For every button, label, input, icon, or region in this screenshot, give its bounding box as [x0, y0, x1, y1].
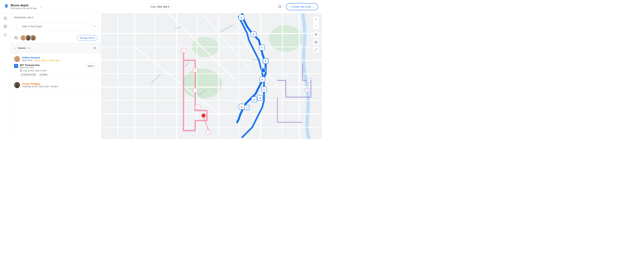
started-bullet: • [27, 47, 28, 49]
svg-text:6: 6 [265, 60, 266, 62]
stop-details: 6 387 Tremont Ave New York, USA Gate acc… [14, 64, 85, 77]
svg-text:4↑: 4↑ [197, 106, 199, 108]
esther-stop-row: 6 387 Tremont Ave New York, USA Gate acc… [14, 64, 98, 77]
started-chevron-icon [14, 47, 16, 49]
esther-name[interactable]: Esther Howard [22, 56, 60, 59]
filter-dropdown-button[interactable] [91, 23, 98, 30]
esther-info: Esther Howard Done 5/64 • Next due 2 min… [22, 56, 60, 62]
svg-point-72 [202, 114, 206, 118]
svg-text:5: 5 [306, 89, 308, 91]
search-icon [18, 24, 21, 28]
svg-point-13 [27, 36, 29, 38]
started-section-header: Started • 2 [11, 43, 101, 53]
map-svg: Grand Concourse Park Ave Tremont Ave Tri… [101, 13, 322, 139]
trevor-status: Finishing 16:38 • Done 3/82 • 98.9km [22, 85, 58, 88]
time-window-tag: 09:00–10:00 [20, 73, 37, 77]
create-route-button[interactable]: + Create new route ⌄ [286, 3, 318, 10]
map-fullscreen-button[interactable] [312, 47, 319, 53]
depot-chevron-icon[interactable]: ⌄ [40, 5, 42, 8]
stop-address: 387 Tremont Ave [20, 64, 85, 66]
main-layout: Wednesday, Mar 6 [0, 13, 322, 139]
svg-text:3: 3 [259, 97, 260, 99]
search-bar[interactable] [16, 23, 86, 30]
arrival-time-chip[interactable]: 10:02 [85, 64, 98, 68]
layers-icon [314, 33, 318, 36]
date-picker[interactable]: Today Wed, Mar 6 ⌄ [146, 4, 176, 9]
svg-point-20 [16, 57, 18, 59]
svg-point-10 [22, 36, 24, 38]
svg-text:8: 8 [253, 33, 254, 36]
trevor-name[interactable]: Trevor Philipps [22, 82, 58, 85]
esther-next-due: Next due 2 mins ago [35, 59, 60, 62]
expand-icon [314, 48, 318, 51]
drivers-avatars-group [14, 35, 35, 41]
svg-point-33 [182, 69, 222, 99]
chevron-down-icon [94, 25, 96, 28]
driver-header-trevor: Trevor Philipps Finishing 16:38 • Done 3… [14, 82, 98, 88]
time-window-text: 09:00–10:00 [24, 74, 36, 76]
started-count: 2 [29, 47, 30, 49]
svg-text:2: 2 [254, 98, 255, 101]
sidebar-icons [0, 13, 11, 139]
svg-point-88 [261, 68, 266, 73]
svg-line-105 [315, 50, 316, 51]
svg-point-16 [32, 36, 34, 38]
esther-avatar [14, 56, 20, 62]
esther-status-row: Done 5/64 • Next due 2 mins ago [22, 59, 60, 62]
drivers-row: Manage drivers [11, 33, 101, 43]
stop-city: New York, USA [20, 66, 85, 69]
visibility-toggle-button[interactable] [92, 45, 98, 51]
svg-point-8 [15, 36, 16, 38]
header-right: + Create new route ⌄ [213, 3, 318, 10]
note-icon [20, 69, 22, 72]
bookmark-button[interactable] [276, 3, 283, 10]
timer-icon [40, 74, 42, 76]
svg-text:5: 5 [262, 78, 263, 81]
svg-text:7: 7 [308, 79, 309, 81]
zoom-controls: + − [312, 16, 319, 29]
chip-chevron-icon [94, 65, 96, 67]
svg-rect-1 [6, 25, 6, 26]
map-area[interactable]: Grand Concourse Park Ave Tremont Ave Tri… [101, 13, 322, 139]
depot-info: Bronx depot 248 routes in the last 30 da… [11, 4, 37, 9]
map-controls: + − [312, 16, 319, 53]
svg-text:7: 7 [261, 46, 263, 49]
svg-rect-2 [4, 27, 5, 28]
zoom-in-button[interactable]: + [312, 16, 319, 23]
eye-icon [93, 47, 96, 50]
svg-rect-22 [20, 70, 22, 72]
drivers-icon [14, 36, 18, 40]
svg-text:1: 1 [208, 131, 209, 134]
sidebar-dashboard-icon[interactable] [4, 25, 7, 29]
svg-point-18 [94, 48, 95, 49]
trevor-info: Trevor Philipps Finishing 16:38 • Done 3… [22, 82, 58, 88]
svg-line-5 [6, 36, 7, 36]
manage-drivers-button[interactable]: Manage drivers [77, 35, 98, 41]
svg-point-4 [4, 34, 6, 36]
duration-text: 5min [43, 74, 47, 76]
svg-point-14 [27, 38, 30, 40]
avatars-list [20, 35, 35, 41]
svg-point-35 [269, 25, 302, 52]
svg-text:4: 4 [263, 88, 265, 91]
svg-point-6 [20, 27, 21, 28]
svg-point-11 [22, 38, 24, 40]
depot-subtitle: 248 routes in the last 30 days [11, 7, 37, 9]
sidebar-home-icon[interactable] [4, 16, 7, 21]
date-chevron-icon: ⌄ [170, 5, 172, 8]
svg-point-21 [16, 59, 19, 62]
esther-done-status: Done 5/64 [22, 59, 32, 62]
stop-number-6: 6 [14, 64, 18, 68]
svg-point-29 [16, 83, 18, 85]
started-left: Started • 2 [14, 47, 30, 49]
search-input[interactable] [22, 23, 85, 30]
depot-name: Bronx depot [11, 4, 37, 7]
zoom-out-button[interactable]: − [312, 23, 319, 29]
map-image-button[interactable] [312, 39, 319, 46]
svg-point-17 [32, 38, 34, 40]
svg-point-30 [16, 85, 19, 88]
svg-text:🏠: 🏠 [241, 106, 243, 108]
sidebar-search-icon[interactable] [4, 33, 7, 38]
driver-card-esther: Esther Howard Done 5/64 • Next due 2 min… [11, 53, 101, 79]
map-layers-button[interactable] [312, 31, 319, 38]
